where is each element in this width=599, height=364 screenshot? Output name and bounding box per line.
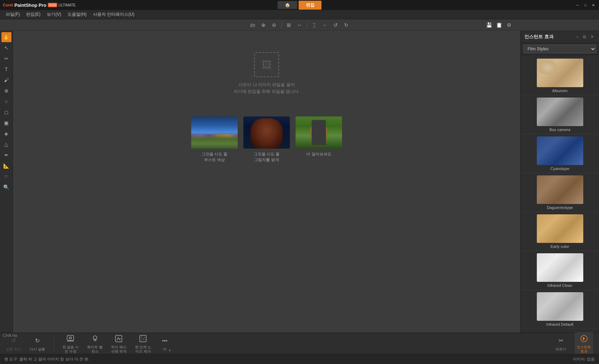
status-text-right: 이미지: 없음 [573,356,595,362]
sample-adventure[interactable]: 더 알아보세요 [296,116,342,157]
effect-infrared-default[interactable]: Infrared Default [521,290,599,329]
tool-settings[interactable]: ⚙ [505,21,513,29]
tool-copy[interactable]: 📋 [495,21,503,29]
tool-retouch[interactable]: ○ [1,96,11,106]
high-pass-group[interactable]: 하이 패스선명 하게 [111,334,127,354]
sample-landscape[interactable]: 그것을 시도 줄 부스트 색상 [191,116,238,163]
menu-edit[interactable]: 편집(E) [23,10,43,19]
white-balance-icon [90,334,100,344]
panel-float-button[interactable]: ⧉ [581,34,588,40]
effects-category-select[interactable]: Film Styles [524,45,596,53]
maximize-button[interactable]: □ [583,2,588,8]
sample-thumb-adventure [296,116,342,149]
more-tools-label: 더 [163,347,167,351]
effect-thumb-box-camera [537,98,583,126]
landscape-flowers [191,134,238,149]
svg-point-11 [142,340,142,340]
svg-point-8 [141,337,142,338]
svg-point-9 [143,338,143,339]
window-controls: ─ □ ✕ [575,2,596,8]
tool-zoom-out[interactable]: ⊖ [270,21,278,29]
tool-resize[interactable]: ↔ [295,21,304,29]
sample-label-landscape: 그것을 시도 줄 부스트 색상 [202,151,227,163]
home-tab[interactable]: 🏠 [278,1,297,9]
minimize-button[interactable]: ─ [575,2,580,8]
menu-help[interactable]: 도움말(H) [65,10,89,19]
tool-text[interactable]: T [1,64,11,74]
tool-ruler[interactable]: ⌶ [310,21,318,29]
svg-point-13 [162,340,164,341]
panel-close-button[interactable]: ✕ [589,34,595,40]
effect-thumb-albumen [537,59,583,87]
effect-cyanotype[interactable]: Cyanotype [521,134,599,173]
effect-thumb-daguerreotype [537,175,583,204]
tool-save[interactable]: 💾 [485,21,493,29]
panel-controls: ─ ⧉ ✕ [574,34,595,40]
svg-point-10 [144,337,145,338]
effect-early-color[interactable]: Early color [521,212,599,251]
landscape-bg [191,116,238,149]
sample-portrait[interactable]: 그것을 시도 줄 그림자를 밝게 [243,116,290,163]
edit-tab[interactable]: 편집 [299,1,322,10]
menu-file[interactable]: 파일(F) [3,10,23,19]
sample-thumb-portrait [243,116,290,149]
more-arrow-icon: ▼ [168,349,171,352]
noise-removal-group[interactable]: 한 단계 노이즈 제거 [135,334,152,354]
panel-dropdown[interactable]: Film Styles [521,43,599,55]
tool-shape[interactable]: △ [1,139,11,149]
undo-group[interactable]: ↺ 실행 취소 [6,336,21,351]
effect-box-camera[interactable]: Box camera [521,95,599,134]
sample-images: 그것을 시도 줄 부스트 색상 그것을 시도 줄 그림자를 밝게 [191,116,342,163]
crop-group[interactable]: ✂ 자르기 [555,336,566,351]
tool-zoom-in[interactable]: ⊕ [259,21,268,29]
drop-zone[interactable]: 사진이 나 이미지 파일을 끌어 여기에 편집을 위해 파일을 엽니다. [227,45,307,102]
more-tools-group[interactable]: 더 ▼ [160,336,170,351]
year-badge: 2020 [48,3,57,7]
panel-collapse-button[interactable]: ─ [574,34,580,40]
white-balance-group[interactable]: 화이트 밸런스 [87,334,103,354]
one-step-fix-group[interactable]: 한 걸음 사진 수정 [63,334,79,354]
tool-measure[interactable]: 📐 [1,161,11,171]
undo-label: 실행 취소 [6,347,21,351]
tool-redo-arrow[interactable]: ↻ [342,21,351,29]
tool-hand[interactable]: ☞ [1,171,11,181]
effect-infrared-clean[interactable]: Infrared Clean [521,251,599,290]
tool-eraser[interactable]: ◻ [1,107,11,117]
tool-crop[interactable]: ✂ [1,54,11,64]
tool-grid[interactable]: ⊞ [284,21,293,29]
portrait-bg [243,116,290,149]
redo-icon: ↻ [32,336,42,346]
tool-pen[interactable]: ✒ [1,150,11,160]
effect-thumb-cyanotype [537,136,583,165]
menu-ui[interactable]: 사용자 인터페이스(U) [90,10,137,19]
tool-gradient[interactable]: ◈ [1,129,11,139]
tool-undo-arrow[interactable]: ↺ [331,21,340,29]
top-right-area: 💾 📋 ⚙ [485,21,513,29]
drop-text-line2: 여기에 편집을 위해 파일을 엽니다. [234,88,300,95]
effect-label-albumen: Albumen [552,89,568,93]
svg-point-14 [164,340,165,341]
tool-pan[interactable]: 🗁 [248,21,257,29]
left-toolbar: ✋ ↖ ✂ T 🖌 ⊕ ○ ◻ ▣ ◈ △ ✒ 📐 ☞ 🔍 [0,31,13,340]
effect-albumen[interactable]: Albumen [521,56,599,95]
close-button[interactable]: ✕ [590,2,596,8]
tool-clone[interactable]: ⊕ [1,86,11,96]
tool-zoom[interactable]: 🔍 [1,182,11,192]
tool-back[interactable]: ← [321,21,329,29]
menu-view[interactable]: 보기(V) [44,10,64,19]
effect-thumb-early-color [537,214,583,243]
redo-group[interactable]: ↻ 다시 실행 [30,336,45,351]
title-tabs: 🏠 편집 [278,1,322,10]
crop-icon: ✂ [556,336,566,346]
effect-daguerreotype[interactable]: Daguerreotype [521,173,599,212]
tool-select[interactable]: ↖ [1,43,11,53]
noise-removal-icon [138,334,148,344]
tool-fill[interactable]: ▣ [1,118,11,128]
one-step-fix-icon [65,334,75,344]
portrait-blue-overlay [243,116,290,149]
svg-rect-0 [67,335,74,340]
ultimate-text: ULTIMATE [59,3,76,7]
tool-pan-left[interactable]: ✋ [1,32,11,42]
instant-effect-group[interactable]: 인스턴트효과 [575,332,593,355]
tool-brush[interactable]: 🖌 [1,75,11,85]
